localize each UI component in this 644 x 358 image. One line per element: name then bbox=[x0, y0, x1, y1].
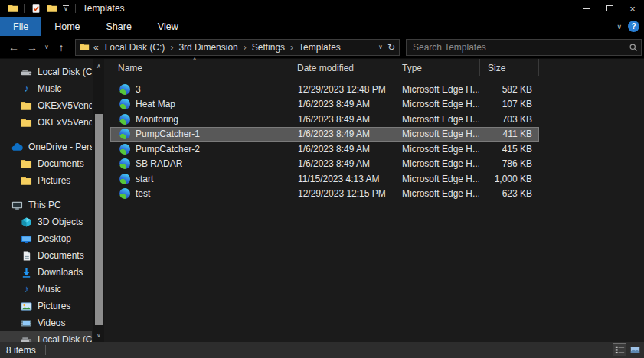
breadcrumb-crumb[interactable]: 3rd Dimension bbox=[175, 42, 240, 53]
scroll-down-icon[interactable]: ∨ bbox=[93, 330, 104, 340]
file-row[interactable]: 3 12/29/2023 12:48 PM Microsoft Edge H..… bbox=[110, 82, 539, 97]
file-row[interactable]: SB RADAR 1/6/2023 8:49 AM Microsoft Edge… bbox=[110, 157, 539, 172]
breadcrumb-separator[interactable]: › bbox=[288, 42, 296, 53]
tab-file[interactable]: File bbox=[0, 17, 41, 36]
search-input[interactable] bbox=[407, 42, 626, 53]
sidebar-item-label: Music bbox=[38, 284, 61, 295]
edge-icon bbox=[119, 84, 130, 95]
navigation-bar: ← → ∨ ↑ « Local Disk (C:) › 3rd Dimensio… bbox=[0, 36, 644, 59]
file-list-pane: ^ Name Date modified Type Size 3 12/29/2… bbox=[107, 59, 644, 342]
breadcrumb-crumb[interactable]: Local Disk (C:) bbox=[102, 42, 168, 53]
file-date: 12/29/2023 12:48 PM bbox=[289, 84, 394, 95]
breadcrumb-overflow[interactable]: « bbox=[93, 42, 99, 53]
edge-icon bbox=[119, 188, 130, 199]
sidebar-item-label: OKExV5Vendor bbox=[38, 117, 92, 128]
tab-home[interactable]: Home bbox=[41, 17, 93, 36]
edge-icon bbox=[119, 129, 130, 139]
file-row[interactable]: Monitoring 1/6/2023 8:49 AM Microsoft Ed… bbox=[110, 112, 539, 127]
edge-icon bbox=[119, 174, 130, 184]
file-name: Monitoring bbox=[136, 114, 178, 125]
refresh-icon[interactable]: ↻ bbox=[387, 42, 395, 53]
address-dropdown-icon[interactable]: ∨ bbox=[378, 44, 383, 50]
location-folder-icon bbox=[80, 42, 90, 53]
breadcrumb-crumb[interactable]: Templates bbox=[296, 42, 344, 53]
sidebar-item-music-2[interactable]: ♪ Music bbox=[0, 281, 92, 298]
tab-view[interactable]: View bbox=[145, 17, 191, 36]
file-row[interactable]: start 11/15/2023 4:13 AM Microsoft Edge … bbox=[110, 171, 539, 187]
thumbnails-view-button[interactable] bbox=[628, 343, 642, 356]
sidebar-item-label: Pictures bbox=[38, 301, 70, 311]
close-button[interactable]: × bbox=[621, 0, 644, 17]
details-view-button[interactable] bbox=[613, 343, 626, 356]
file-type: Microsoft Edge H... bbox=[394, 129, 479, 139]
sidebar-scrollbar[interactable]: ∧ ∨ bbox=[93, 59, 104, 342]
file-name: PumpCatcher-1 bbox=[136, 129, 200, 139]
sidebar-item-documents[interactable]: Documents bbox=[0, 247, 92, 264]
column-header-size[interactable]: Size bbox=[479, 59, 539, 76]
tab-share[interactable]: Share bbox=[93, 17, 145, 36]
file-row[interactable]: PumpCatcher-2 1/6/2023 8:49 AM Microsoft… bbox=[110, 142, 539, 157]
sort-ascending-icon: ^ bbox=[193, 57, 196, 64]
sidebar-item-3d-objects[interactable]: 3D Objects bbox=[0, 213, 92, 230]
folder-icon bbox=[20, 158, 33, 170]
file-row[interactable]: Heat Map 1/6/2023 8:49 AM Microsoft Edge… bbox=[110, 97, 539, 112]
sidebar-item-local-disk-c[interactable]: Local Disk (C:) bbox=[0, 63, 92, 80]
window-title: Templates bbox=[83, 3, 125, 14]
up-button[interactable]: ↑ bbox=[52, 41, 70, 54]
drive-icon bbox=[20, 66, 33, 78]
scroll-up-icon[interactable]: ∧ bbox=[93, 60, 104, 71]
column-header-type[interactable]: Type bbox=[394, 59, 479, 76]
file-size: 1,000 KB bbox=[479, 174, 539, 184]
sidebar-item-okexv5vendor-2[interactable]: OKExV5Vendor bbox=[0, 114, 92, 131]
recent-locations-button[interactable]: ∨ bbox=[41, 44, 52, 50]
video-icon bbox=[20, 317, 33, 329]
file-size: 415 KB bbox=[479, 144, 539, 155]
sidebar-item-desktop[interactable]: Desktop bbox=[0, 230, 92, 247]
help-icon[interactable]: ? bbox=[628, 21, 639, 32]
file-name: SB RADAR bbox=[136, 158, 182, 169]
minimize-button[interactable] bbox=[575, 0, 598, 17]
search-icon[interactable] bbox=[626, 43, 641, 52]
sidebar-item-label: Documents bbox=[38, 250, 84, 261]
file-row-selected[interactable]: PumpCatcher-1 1/6/2023 8:49 AM Microsoft… bbox=[110, 127, 539, 142]
sidebar-item-okexv5vendor-1[interactable]: OKExV5Vendor bbox=[0, 97, 92, 114]
items-count: 8 items bbox=[0, 345, 36, 356]
music-icon: ♪ bbox=[20, 83, 33, 95]
sidebar-item-videos[interactable]: Videos bbox=[0, 314, 92, 331]
forward-button[interactable]: → bbox=[23, 41, 41, 54]
sidebar-item-onedrive-pictures[interactable]: Pictures bbox=[0, 172, 92, 189]
breadcrumb-separator[interactable]: › bbox=[241, 42, 249, 53]
file-date: 1/6/2023 8:49 AM bbox=[289, 144, 394, 155]
scrollbar-thumb[interactable] bbox=[95, 114, 103, 325]
sidebar-item-pictures[interactable]: Pictures bbox=[0, 298, 92, 314]
address-bar[interactable]: « Local Disk (C:) › 3rd Dimension › Sett… bbox=[75, 39, 400, 56]
back-button[interactable]: ← bbox=[5, 41, 23, 54]
sidebar-item-local-disk-c-selected[interactable]: Local Disk (C:) bbox=[0, 331, 92, 342]
file-type: Microsoft Edge H... bbox=[394, 99, 479, 109]
ribbon-collapse-icon[interactable]: ∨ bbox=[616, 23, 622, 31]
sidebar-item-music[interactable]: ♪ Music bbox=[0, 80, 92, 97]
file-name: PumpCatcher-2 bbox=[136, 144, 200, 155]
sidebar-item-onedrive-documents[interactable]: Documents bbox=[0, 155, 92, 172]
sidebar-item-onedrive[interactable]: OneDrive - Persor bbox=[0, 138, 92, 155]
sidebar-item-downloads[interactable]: Downloads bbox=[0, 264, 92, 281]
explorer-window: ∨ Templates × File Home Share View ∨ ? ←… bbox=[0, 0, 644, 358]
file-row[interactable]: test 12/29/2023 12:15 PM Microsoft Edge … bbox=[110, 187, 539, 202]
new-folder-icon[interactable] bbox=[46, 3, 57, 15]
sidebar-item-label: Local Disk (C:) bbox=[38, 334, 92, 342]
sidebar-item-this-pc[interactable]: This PC bbox=[0, 197, 92, 213]
column-header-date-modified[interactable]: Date modified bbox=[289, 59, 394, 76]
file-rows: 3 12/29/2023 12:48 PM Microsoft Edge H..… bbox=[107, 76, 644, 201]
properties-icon[interactable] bbox=[30, 3, 41, 15]
maximize-button[interactable] bbox=[598, 0, 621, 17]
sidebar-item-label: Local Disk (C:) bbox=[38, 67, 92, 77]
sidebar-item-label: Downloads bbox=[38, 267, 83, 278]
drive-icon bbox=[20, 334, 33, 342]
column-header-name[interactable]: Name bbox=[110, 59, 289, 76]
sidebar-item-label: Videos bbox=[38, 317, 65, 328]
breadcrumb-separator[interactable]: › bbox=[168, 42, 175, 53]
qat-customize-button[interactable]: ∨ bbox=[63, 5, 69, 12]
onedrive-cloud-icon bbox=[11, 141, 24, 153]
breadcrumb-crumb[interactable]: Settings bbox=[249, 42, 288, 53]
sidebar-item-label: 3D Objects bbox=[38, 216, 83, 227]
